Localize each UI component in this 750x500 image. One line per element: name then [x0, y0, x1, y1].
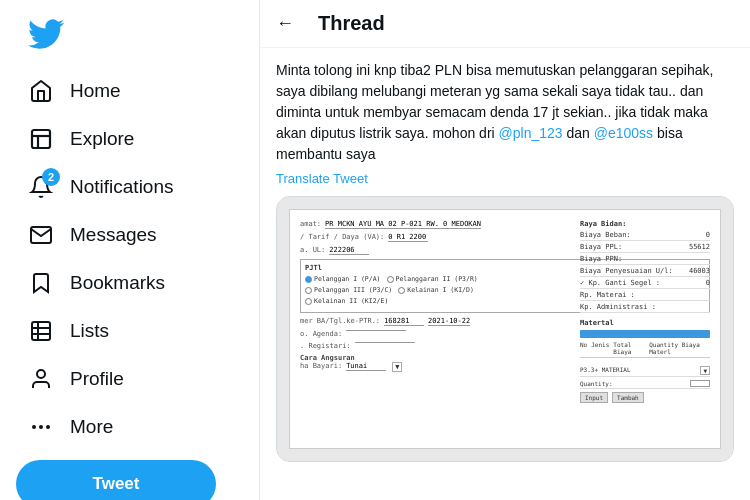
- radio-dot-5: [305, 298, 312, 305]
- sidebar-item-messages[interactable]: Messages: [16, 212, 243, 258]
- more-icon: [28, 414, 54, 440]
- right-value-penyesuaian: 46003: [689, 267, 710, 275]
- col-jenis: Jenis: [591, 341, 609, 355]
- thread-header: ← Thread: [260, 0, 750, 48]
- doc-value-tarif: 0 R1 2200: [388, 233, 428, 242]
- right-value-ppl: 55612: [689, 243, 710, 251]
- doc-value-register: [355, 342, 415, 343]
- tweet-body: Minta tolong ini knp tiba2 PLN bisa memu…: [260, 48, 750, 474]
- sidebar-item-label-explore: Explore: [70, 128, 134, 150]
- radio-pelanggan2: Pelanggaran II (P3/R): [387, 275, 478, 283]
- doc-label-agenda: o. Agenda:: [300, 330, 342, 338]
- sidebar-item-lists[interactable]: Lists: [16, 308, 243, 354]
- quantity-label: Quantity:: [580, 380, 613, 387]
- doc-field-agenda: o. Agenda:: [300, 330, 406, 338]
- tweet-text-part2: dan: [563, 125, 594, 141]
- doc-label-ul: a. UL:: [300, 246, 325, 254]
- material-bottom: P3.3+ MATERIAL ▼ Quantity: Input Tambah: [580, 366, 710, 403]
- svg-point-9: [47, 426, 49, 428]
- doc-label-bayar: ha Bayari:: [300, 362, 342, 370]
- right-label-ppn: Biaya PPN:: [580, 255, 622, 263]
- sidebar-item-home[interactable]: Home: [16, 68, 243, 114]
- sidebar-item-label-messages: Messages: [70, 224, 157, 246]
- back-button[interactable]: ←: [276, 13, 294, 34]
- radio-label-1: Pelanggan I (P/A): [314, 275, 381, 283]
- mention1[interactable]: @pln_123: [499, 125, 563, 141]
- doc-field-register: . Registari:: [300, 342, 415, 350]
- notifications-badge: 2: [42, 168, 60, 186]
- tambah-button[interactable]: Tambah: [612, 392, 644, 403]
- radio-label-5: Kelainan II (KI2/E): [314, 297, 388, 305]
- twitter-logo[interactable]: [16, 8, 243, 68]
- sidebar-item-profile[interactable]: Profile: [16, 356, 243, 402]
- quantity-input[interactable]: [690, 380, 710, 387]
- sidebar-item-label-bookmarks: Bookmarks: [70, 272, 165, 294]
- col-qty: Quantity Biaya Materl: [649, 341, 710, 355]
- right-administrasi: Kp. Administrasi :: [580, 303, 710, 313]
- sidebar-item-bookmarks[interactable]: Bookmarks: [16, 260, 243, 306]
- svg-point-10: [33, 426, 35, 428]
- right-label-segel: ✓ Kp. Ganti Segel :: [580, 279, 660, 287]
- document-inner: amat: PR MCKN AYU MA 02 P-021 RW. 0 MEDO…: [289, 209, 721, 449]
- col-total: Total Biaya: [613, 341, 645, 355]
- sidebar-item-label-lists: Lists: [70, 320, 109, 342]
- lists-icon: [28, 318, 54, 344]
- sidebar-item-label-notifications: Notifications: [70, 176, 174, 198]
- profile-icon: [28, 366, 54, 392]
- right-label-materai: Rp. Materai :: [580, 291, 635, 299]
- radio-dot-2: [387, 276, 394, 283]
- sidebar-item-notifications[interactable]: 2 Notifications: [16, 164, 243, 210]
- doc-field-tarif: / Tarif / Daya (VA): 0 R1 2200: [300, 233, 428, 242]
- home-icon: [28, 78, 54, 104]
- doc-value-alamat: PR MCKN AYU MA 02 P-021 RW. 0 MEDOKAN: [325, 220, 481, 229]
- doc-label-register: . Registari:: [300, 342, 351, 350]
- svg-rect-0: [32, 130, 50, 148]
- right-materai: Rp. Materai :: [580, 291, 710, 301]
- quantity-row: Quantity:: [580, 380, 710, 389]
- matertal-table-cols: No Jenis Total Biaya Quantity Biaya Mate…: [580, 341, 710, 358]
- right-label-beban: Biaya Beban:: [580, 231, 631, 239]
- radio-dot-3: [305, 287, 312, 294]
- sidebar-item-more[interactable]: More: [16, 404, 243, 450]
- matertal-title: Matertal: [580, 319, 710, 327]
- right-biaya-beban: Biaya Beban: 0: [580, 231, 710, 241]
- doc-value-date: 2021-10-22: [428, 317, 470, 326]
- dropdown-icon[interactable]: ▼: [392, 362, 402, 372]
- explore-icon: [28, 126, 54, 152]
- sidebar: Home Explore 2 Notifications Messages: [0, 0, 260, 500]
- right-value-beban: 0: [706, 231, 710, 239]
- right-biaya-ppl: Biaya PPL: 55612: [580, 243, 710, 253]
- translate-tweet-link[interactable]: Translate Tweet: [276, 171, 734, 186]
- radio-kelainan2: Kelainan II (KI2/E): [305, 297, 388, 305]
- tweet-button[interactable]: Tweet: [16, 460, 216, 500]
- radio-label-4: Kelainan I (KI/D): [407, 286, 474, 294]
- sidebar-item-label-more: More: [70, 416, 113, 438]
- right-biaya-title: Raya Bidan:: [580, 220, 710, 228]
- material-label: P3.3+ MATERIAL: [580, 366, 631, 375]
- svg-point-7: [37, 370, 45, 378]
- mention2[interactable]: @e100ss: [594, 125, 653, 141]
- main-nav: Home Explore 2 Notifications Messages: [16, 68, 243, 450]
- svg-rect-3: [32, 322, 50, 340]
- sidebar-item-explore[interactable]: Explore: [16, 116, 243, 162]
- material-dropdown-icon[interactable]: ▼: [700, 366, 710, 375]
- right-value-segel: 0: [706, 279, 710, 287]
- bookmarks-icon: [28, 270, 54, 296]
- radio-pelanggan3: Pelanggan III (P3/C): [305, 286, 392, 294]
- radio-dot-1: [305, 276, 312, 283]
- thread-title: Thread: [318, 12, 385, 35]
- col-no: No: [580, 341, 587, 355]
- doc-value-no-ba: 168281: [384, 317, 424, 326]
- radio-kelainan1: Kelainan I (KI/D): [398, 286, 474, 294]
- matertal-section: Matertal No Jenis Total Biaya Quantity B…: [580, 319, 710, 358]
- doc-label-alamat: amat:: [300, 220, 321, 228]
- right-biaya-ppn: Biaya PPN:: [580, 255, 710, 265]
- sidebar-item-label-home: Home: [70, 80, 121, 102]
- material-row: P3.3+ MATERIAL ▼: [580, 366, 710, 377]
- matertal-table-header: [580, 330, 710, 338]
- sidebar-item-label-profile: Profile: [70, 368, 124, 390]
- input-button[interactable]: Input: [580, 392, 608, 403]
- doc-field-bayar: ha Bayari: Tunai ▼: [300, 362, 402, 372]
- tweet-text: Minta tolong ini knp tiba2 PLN bisa memu…: [276, 60, 734, 165]
- doc-value-bayar: Tunai: [346, 362, 386, 371]
